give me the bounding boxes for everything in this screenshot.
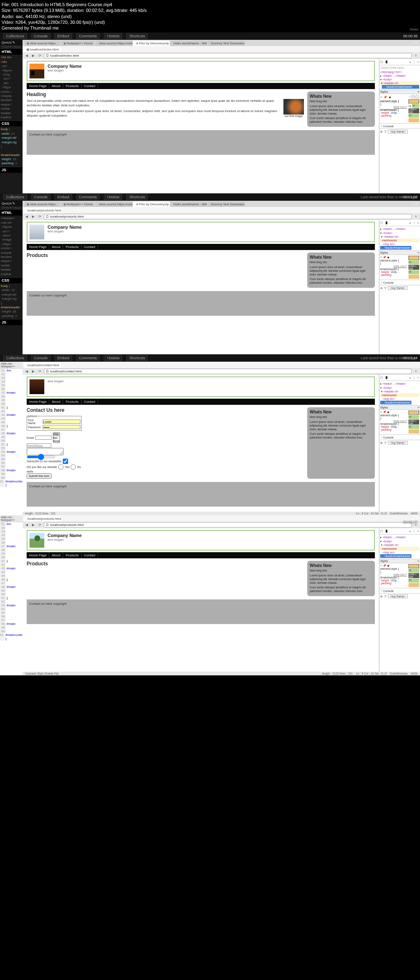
html-code[interactable]: <h1 id=<div <p> <figure <img src=" alt= … [0, 55, 23, 120]
article-figure: our first image [283, 99, 304, 117]
jsbin-collections[interactable]: Collections [3, 33, 27, 39]
email-input[interactable] [35, 436, 52, 440]
notepad-editor[interactable]: style.css - Notepad++ 31#m 32 33 34 35 3… [0, 515, 23, 675]
tab-6[interactable]: Dummy Text Generator | L [208, 202, 244, 207]
nav-about[interactable]: About [49, 83, 63, 89]
dt-device-icon[interactable]: ▢ [380, 60, 383, 64]
tab-3[interactable]: view-source:https:/notep [96, 202, 132, 207]
nav-about[interactable]: About [49, 244, 63, 250]
top-frame-select[interactable]: <top frame> [388, 130, 408, 133]
tab-4[interactable]: A Pen by Discoveryvip.com [133, 41, 170, 46]
css-code[interactable]: body { width: 12 margin-lef margin-rig}#… [0, 283, 23, 319]
nav-home[interactable]: Home Page [27, 244, 49, 250]
site-nav: Home Page About Products Contact [27, 83, 375, 89]
html-code[interactable]: <header><div id> <figure src=" descr ima… [0, 216, 23, 277]
css-panel-label[interactable]: CSS [0, 277, 23, 283]
tab-2[interactable]: Notepad++ Home [61, 41, 95, 46]
jsbin-delete[interactable]: +Delete [104, 33, 122, 39]
css-panel-label[interactable]: CSS [0, 120, 23, 126]
nav-home[interactable]: Home Page [27, 83, 49, 89]
timecode-1: 00:00:35 [403, 34, 418, 38]
company-name: Company Name [48, 64, 82, 69]
forward-icon[interactable]: ▶ [31, 214, 36, 219]
jsbin-shortcuts[interactable]: Shortcuts [126, 33, 148, 39]
dt-mobile-icon[interactable]: 📱 [385, 60, 388, 64]
tab-5[interactable]: Hello world/name - WAMP S [170, 202, 207, 207]
tab-3[interactable]: view-source:https:/notep [96, 41, 132, 46]
jsbin-delete[interactable]: +Delete [104, 194, 122, 200]
js-panel-label[interactable]: JS [0, 167, 23, 173]
dt-more-icon[interactable]: » [409, 61, 411, 64]
first-name-input[interactable] [43, 420, 80, 424]
dt-menu-icon[interactable]: ⋮ [413, 60, 415, 64]
console-drawer[interactable]: ⋮ [380, 124, 383, 128]
subtab-contact[interactable]: localhost/contact.html [24, 363, 61, 368]
select-one[interactable]: Onetwothree [53, 432, 60, 443]
html-panel-label[interactable]: HTML [0, 48, 23, 55]
share-button[interactable]: Share [410, 28, 418, 31]
header-image [30, 64, 44, 78]
subtab-products[interactable]: localhost/products.html [24, 516, 61, 521]
jsbin-collections[interactable]: Collections [3, 194, 27, 200]
site-header: Company Name and slogan [27, 222, 375, 242]
submit-button[interactable]: Submit this form [27, 473, 52, 479]
pin-icon[interactable]: 📌 [383, 96, 387, 99]
js-panel-label[interactable]: JS [0, 319, 23, 325]
nav-products[interactable]: Products [63, 244, 82, 250]
range-input[interactable] [27, 456, 55, 458]
html-panel-label[interactable]: HTML [0, 209, 23, 216]
status-file-type: Cascade Style Sheets File [25, 672, 59, 675]
address-bar[interactable]: 🗋 localhost/products.html [44, 522, 412, 528]
nav-products[interactable]: Products [63, 83, 82, 89]
tab-5[interactable]: Hello world/name - WAMP S [170, 41, 207, 46]
date-input[interactable] [27, 443, 51, 448]
nav-contact[interactable]: Contact [82, 83, 98, 89]
jsbin-embed[interactable]: Embed [55, 33, 72, 39]
back-icon[interactable]: ◀ [24, 53, 29, 58]
tab-1[interactable]: view-source:https... [24, 41, 61, 46]
page-heading: Contact Us here [27, 407, 304, 413]
reload-icon[interactable]: ⟳ [37, 214, 42, 219]
css-code[interactable]: body { width: 12 margin-lef margin-rig} … [0, 126, 23, 167]
styles-tab[interactable]: Styles [380, 90, 388, 93]
site-header: Company Name and slogan [27, 61, 375, 81]
subtab-products[interactable]: localhost/products.html [24, 208, 61, 213]
filter-icon[interactable]: ▽ [384, 130, 386, 133]
menu-icon[interactable]: ≡ [413, 214, 418, 219]
no-radio[interactable] [71, 464, 76, 470]
subtab-localhost[interactable]: localhost/index.html [24, 47, 61, 52]
tab-1[interactable]: view-source:https... [24, 202, 61, 207]
password-input[interactable] [43, 425, 80, 429]
add-rule-icon[interactable]: + [380, 96, 382, 99]
hov-icon[interactable]: ◆ [389, 96, 391, 99]
tab-4[interactable]: A Pen by Discoveryvip.com [133, 202, 170, 207]
video-gen: Generated by Thumbnail me [2, 25, 418, 31]
forward-icon[interactable]: ▶ [31, 53, 36, 58]
address-bar[interactable]: 🗋 localhost/index.html [44, 53, 412, 58]
dt-close-icon[interactable]: × [417, 60, 419, 64]
jsbin-comments[interactable]: Comments [76, 33, 100, 39]
back-icon[interactable]: ◀ [24, 214, 29, 219]
reload-icon[interactable]: ⟳ [37, 53, 42, 58]
dom-tree[interactable]: <!DOCTYPE html> <html lang="en"> ▸ <head… [379, 65, 420, 90]
address-bar[interactable]: 🗋 localhost/contact.html [44, 369, 412, 374]
aside-title: Whats New [310, 94, 372, 99]
tab-2[interactable]: Notepad++ Home [61, 202, 95, 207]
yes-radio[interactable] [58, 464, 64, 470]
jsbin-embed[interactable]: Embed [55, 194, 72, 200]
page-heading: Products [27, 561, 304, 567]
menu-icon[interactable]: ≡ [413, 53, 418, 58]
devtools-panel: ▢ 📱 » ⋮ × <!DOCTYPE html> <html lang="en… [379, 59, 420, 193]
filter-clear-icon[interactable]: ⊘ [380, 130, 383, 133]
address-bar[interactable]: 🗋 localhost/products.html [44, 214, 412, 219]
close-button[interactable]: × [416, 41, 418, 44]
notepad-editor[interactable]: style.css - Notepad++ 31#m 32 33 34 35 3… [0, 362, 23, 515]
dimension-badge: 1250 × 160 [409, 108, 419, 113]
jsbin-console[interactable]: Console [31, 194, 50, 200]
tab-6[interactable]: Dummy Text Generator | L [208, 41, 244, 46]
jsbin-comments[interactable]: Comments [76, 194, 100, 200]
newsletter-checkbox[interactable] [63, 459, 68, 464]
nav-contact[interactable]: Contact [82, 244, 98, 250]
jsbin-shortcuts[interactable]: Shortcuts [126, 194, 148, 200]
jsbin-console[interactable]: Console [31, 33, 50, 39]
